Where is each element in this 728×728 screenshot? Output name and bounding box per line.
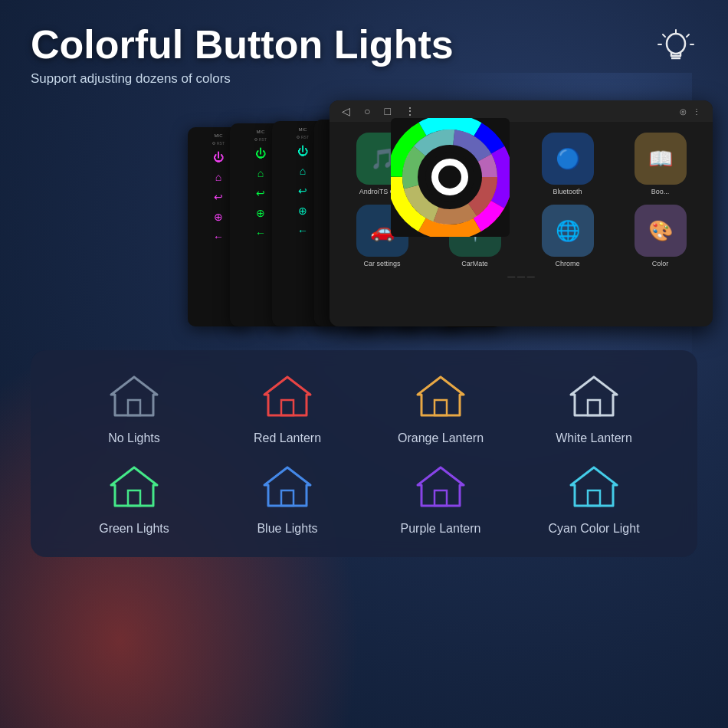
app-bluetooth-label: Bluetooth <box>553 188 582 195</box>
bottom-panel: No Lights Red Lantern <box>31 350 697 557</box>
icons-grid: No Lights Red Lantern <box>61 373 667 536</box>
light-label-blue: Blue Lights <box>257 522 317 536</box>
light-item-no-lights[interactable]: No Lights <box>61 373 207 445</box>
header-left: Colorful Button Lights Support adjusting… <box>31 23 454 87</box>
svg-line-6 <box>663 34 665 37</box>
status-icons: ◎ ⋮ <box>680 107 700 116</box>
recent-icon: □ <box>384 105 390 117</box>
light-label-orange: Orange Lantern <box>398 431 484 445</box>
svg-point-27 <box>438 166 461 189</box>
light-label-cyan: Cyan Color Light <box>548 522 639 536</box>
app-color-label: Color <box>652 260 669 267</box>
house-icon-purple <box>414 464 467 513</box>
app-boo[interactable]: 📖 Boo... <box>618 133 702 195</box>
light-item-white[interactable]: White Lantern <box>521 373 667 445</box>
svg-rect-31 <box>588 400 600 415</box>
house-icon-white <box>567 373 621 422</box>
main-screen: ◁ ○ □ ⋮ ◎ ⋮ 🎵 AndroiTS GP... 🤖 <box>330 100 713 326</box>
color-wheel-svg <box>391 118 510 237</box>
main-title: Colorful Button Lights <box>31 23 454 67</box>
screen-dots: — — — <box>330 267 713 285</box>
house-icon-red <box>261 373 314 422</box>
app-carmate-label: CarMate <box>461 260 488 267</box>
svg-rect-30 <box>435 400 447 415</box>
more-icon: ⋮ <box>693 107 700 116</box>
light-item-red[interactable]: Red Lantern <box>215 373 360 445</box>
location-icon: ◎ <box>680 107 687 116</box>
light-item-purple[interactable]: Purple Lantern <box>368 464 513 536</box>
light-label-purple: Purple Lantern <box>401 522 481 536</box>
app-boo-label: Boo... <box>651 188 670 195</box>
house-icon-blue <box>261 464 314 513</box>
svg-rect-35 <box>588 490 600 506</box>
house-icon-no-lights <box>107 373 161 422</box>
back-icon: ◁ <box>342 105 350 117</box>
page-content: Colorful Button Lights Support adjusting… <box>0 0 728 572</box>
light-label-no-lights: No Lights <box>108 431 160 445</box>
screen-top-bar: ◁ ○ □ ⋮ ◎ ⋮ <box>330 100 713 122</box>
light-item-green[interactable]: Green Lights <box>61 464 207 536</box>
color-wheel-container[interactable] <box>391 118 510 237</box>
house-icon-cyan <box>567 464 621 513</box>
home-icon: ○ <box>364 105 370 117</box>
svg-point-0 <box>667 34 685 54</box>
svg-rect-33 <box>281 490 293 506</box>
light-label-red: Red Lantern <box>254 431 321 445</box>
app-color[interactable]: 🎨 Color <box>618 205 702 267</box>
svg-line-7 <box>687 34 689 37</box>
svg-rect-32 <box>128 490 140 506</box>
nav-buttons: ◁ ○ □ ⋮ <box>342 105 415 117</box>
svg-rect-34 <box>435 490 447 506</box>
house-icon-green <box>107 464 161 513</box>
light-item-orange[interactable]: Orange Lantern <box>368 373 513 445</box>
app-chrome[interactable]: 🌐 Chrome <box>526 205 609 267</box>
svg-rect-28 <box>128 400 140 415</box>
app-car-label: Car settings <box>363 260 400 267</box>
subtitle: Support adjusting dozens of colors <box>31 71 454 87</box>
svg-rect-29 <box>281 400 293 415</box>
device-area: MIC RST ⏻ ⌂ ↩ ⊕ ← MIC RST <box>31 100 697 338</box>
house-icon-orange <box>414 373 467 422</box>
light-label-green: Green Lights <box>99 522 169 536</box>
menu-icon: ⋮ <box>405 105 415 117</box>
light-item-cyan[interactable]: Cyan Color Light <box>521 464 667 536</box>
app-bluetooth[interactable]: 🔵 Bluetooth <box>526 133 609 195</box>
header: Colorful Button Lights Support adjusting… <box>31 23 697 87</box>
bulb-icon <box>655 27 697 77</box>
light-label-white: White Lantern <box>556 431 632 445</box>
app-chrome-label: Chrome <box>555 260 579 267</box>
light-item-blue[interactable]: Blue Lights <box>215 464 360 536</box>
